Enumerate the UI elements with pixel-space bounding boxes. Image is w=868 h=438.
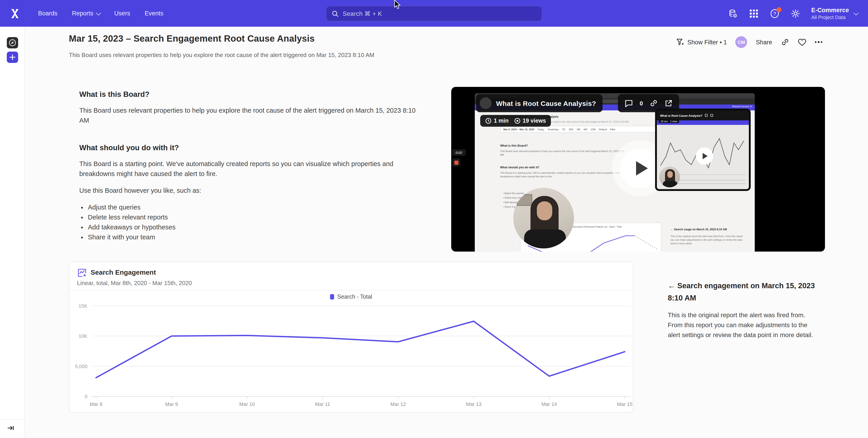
record-button[interactable] — [452, 158, 460, 167]
nav-item-label: Users — [114, 10, 130, 17]
mouse-cursor — [394, 0, 401, 10]
mini-heading: What is this Board? — [500, 144, 528, 147]
app-window: Boards Reports Users Events Search ⌘ + K… — [0, 0, 868, 438]
nav-item-users[interactable]: Users — [114, 10, 130, 17]
report-card-search-engagement[interactable]: Search Engagement Linear, total, Mar 8th… — [69, 262, 633, 413]
nested-duration: 18 sec — [660, 120, 668, 123]
chevron-down-icon — [96, 10, 101, 15]
favorite-button[interactable] — [798, 38, 806, 46]
mini-annotation-heading: ← Search usage on March 15, 2023 8:10 AM — [671, 228, 750, 231]
nav-item-label: Events — [145, 10, 163, 17]
search-input[interactable]: Search ⌘ + K — [326, 6, 542, 21]
svg-text:15K: 15K — [79, 303, 87, 309]
mini-date-bar: Mar 9, 2023 – Mar 15, 2023 Today Yesterd… — [500, 126, 669, 133]
expand-sidebar-button[interactable] — [7, 425, 14, 431]
data-management-icon[interactable] — [728, 8, 738, 18]
play-button[interactable] — [620, 148, 660, 188]
page-title: Mar 15, 2023 – Search Engagement Root Ca… — [69, 33, 315, 44]
report-title[interactable]: Search Engagement — [91, 268, 156, 276]
search-placeholder: Search ⌘ + K — [343, 10, 382, 17]
video-duration: 1 min — [494, 117, 508, 124]
nested-video-title: What is Root Cause Analysis? — [660, 114, 703, 117]
suggestion-list: Adjust the queries Delete less relevant … — [79, 202, 421, 242]
list-item: Add takeaways or hypotheses — [88, 222, 421, 232]
comment-icon — [705, 114, 708, 117]
nested-video-title-bar: What is Root Cause Analysis? — [657, 110, 749, 121]
presenter-webcam — [513, 188, 574, 248]
list-intro: Use this Board however you like, such as… — [79, 186, 421, 196]
svg-text:?: ? — [773, 11, 776, 16]
link-icon — [711, 114, 713, 117]
discover-boards-button[interactable] — [7, 37, 18, 48]
svg-text:Mar 14: Mar 14 — [541, 401, 557, 407]
nav-links: Boards Reports Users Events — [38, 10, 163, 17]
presenter-avatar — [480, 97, 492, 109]
legend-label: Search - Total — [337, 294, 372, 300]
svg-text:Mar 13: Mar 13 — [466, 401, 481, 407]
section-body: This Board is a starting point. We've au… — [79, 159, 421, 179]
show-filter-button[interactable]: Show Filter • 1 — [676, 38, 727, 46]
mixpanel-logo-icon[interactable] — [9, 7, 21, 19]
chevron-down-icon — [854, 10, 859, 15]
nav-item-events[interactable]: Events — [145, 10, 163, 17]
nav-right-group: ? E-Commerce All Project Data — [728, 0, 857, 27]
top-nav: Boards Reports Users Events Search ⌘ + K… — [0, 0, 868, 27]
video-player[interactable]: Mixpanel (project 3) Search Engagement R… — [451, 87, 825, 251]
svg-text:10K: 10K — [79, 333, 87, 339]
nested-play-button[interactable] — [696, 147, 713, 165]
link-icon[interactable] — [650, 99, 658, 107]
share-button[interactable]: Share — [756, 39, 772, 45]
intro-text-block: What is this Board? This Board uses rele… — [79, 90, 421, 242]
notification-dot — [776, 7, 781, 12]
compass-icon — [9, 39, 16, 46]
annotation-heading: ← Search engagement on March 15, 2023 8:… — [668, 280, 820, 304]
svg-text:Mar 8: Mar 8 — [90, 401, 102, 407]
annotation-body: This is the original report the alert wa… — [668, 310, 820, 340]
mini-paragraph: This Board uses relevant properties to h… — [500, 149, 627, 157]
new-board-button[interactable] — [7, 52, 18, 63]
expand-arrow-icon — [7, 425, 14, 431]
project-scope: All Project Data — [811, 14, 849, 20]
show-filter-label: Show Filter • 1 — [687, 39, 727, 45]
help-icon[interactable]: ? — [770, 8, 779, 18]
project-name: E-Commerce — [811, 7, 849, 14]
svg-text:Mar 9: Mar 9 — [165, 401, 178, 407]
svg-text:Mar 12: Mar 12 — [390, 401, 406, 407]
page-subtitle: This Board uses relevant properties to h… — [69, 52, 374, 58]
ellipsis-icon — [815, 41, 822, 43]
nav-item-label: Reports — [72, 10, 94, 17]
more-menu-button[interactable] — [815, 41, 822, 43]
video-views: 19 views — [523, 117, 546, 124]
comment-icon[interactable] — [625, 99, 633, 107]
recording-timer: 0:02 — [452, 149, 466, 156]
settings-gear-icon[interactable] — [790, 8, 800, 18]
section-body: This Board uses relevant properties to h… — [79, 105, 421, 125]
plus-icon — [9, 54, 16, 60]
mini-heading: What should you do with it? — [500, 166, 539, 169]
filter-funnel-icon — [676, 38, 684, 46]
play-icon — [636, 161, 648, 175]
list-item: Share it with your team — [88, 232, 421, 242]
video-title-bar: What is Root Cause Analysis? — [476, 94, 602, 112]
report-subtitle: Linear, total, Mar 8th, 2020 - Mar 15th,… — [77, 280, 192, 287]
svg-text:Mar 10: Mar 10 — [240, 401, 255, 407]
open-external-icon[interactable] — [664, 99, 672, 107]
user-avatar[interactable]: CM — [736, 36, 747, 48]
nested-webcam — [659, 167, 680, 187]
legend-swatch — [330, 294, 334, 300]
section-heading: What should you do with it? — [79, 143, 421, 152]
views-icon — [514, 117, 520, 124]
nested-video-window: What is Root Cause Analysis? 18 sec1 vie… — [655, 109, 751, 191]
comment-count: 0 — [640, 100, 643, 107]
mini-annotation-body: This is the original report the alert wa… — [671, 234, 747, 245]
section-heading: What is this Board? — [79, 90, 421, 99]
nested-mini-nav: 18 sec1 view — [657, 121, 749, 125]
nav-item-label: Boards — [38, 10, 58, 17]
nav-item-boards[interactable]: Boards — [38, 10, 58, 17]
nav-item-reports[interactable]: Reports — [72, 10, 100, 17]
link-icon — [781, 38, 789, 46]
copy-link-button[interactable] — [781, 38, 789, 46]
apps-grid-icon[interactable] — [749, 8, 758, 18]
nested-chart-area — [657, 125, 749, 189]
project-selector[interactable]: E-Commerce All Project Data — [811, 7, 857, 20]
